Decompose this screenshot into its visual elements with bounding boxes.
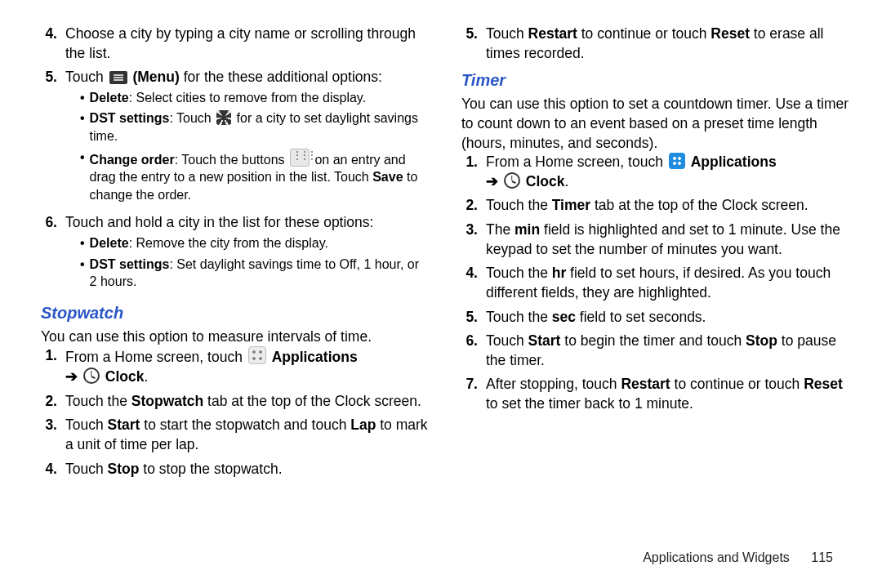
gear-icon bbox=[216, 110, 231, 125]
tm-step-5: 5. Touch the sec field to set seconds. bbox=[461, 308, 849, 327]
bullet-delete: Delete: Select cities to remove from the… bbox=[80, 89, 429, 107]
page-number: 115 bbox=[811, 550, 833, 564]
section-name: Applications and Widgets bbox=[643, 550, 790, 564]
step-number: 4. bbox=[41, 24, 57, 63]
sw-step-4: 4. Touch Stop to stop the stopwatch. bbox=[41, 460, 429, 479]
heading-timer: Timer bbox=[461, 69, 849, 91]
apps-icon bbox=[248, 346, 266, 364]
manual-page: 4. Choose a city by typing a city name o… bbox=[0, 0, 882, 483]
step-text: Touch and hold a city in the list for th… bbox=[65, 213, 429, 295]
sw-step-1: 1. From a Home screen, touch Application… bbox=[41, 346, 429, 386]
sw-step-2: 2. Touch the Stopwatch tab at the top of… bbox=[41, 392, 429, 412]
heading-stopwatch: Stopwatch bbox=[41, 302, 429, 324]
ordered-list: 4. Choose a city by typing a city name o… bbox=[41, 24, 429, 296]
tm-step-1: 1. From a Home screen, touch Application… bbox=[461, 153, 849, 191]
bullet-change-order: Change order: Touch the buttons on an en… bbox=[80, 149, 429, 204]
clock-icon bbox=[83, 368, 100, 384]
step-4: 4. Choose a city by typing a city name o… bbox=[41, 24, 429, 63]
page-footer: Applications and Widgets 115 bbox=[643, 550, 833, 565]
sw-step-3: 3. Touch Start to start the stopwatch an… bbox=[41, 416, 429, 454]
timer-steps: 1. From a Home screen, touch Application… bbox=[461, 153, 849, 414]
clock-icon bbox=[504, 172, 520, 189]
step-text: Choose a city by typing a city name or s… bbox=[65, 24, 429, 63]
tm-step-4: 4. Touch the hr field to set hours, if d… bbox=[461, 264, 849, 302]
right-column: 5. Touch Restart to continue or touch Re… bbox=[461, 24, 849, 483]
left-column: 4. Choose a city by typing a city name o… bbox=[41, 24, 429, 483]
stopwatch-intro: You can use this option to measure inter… bbox=[41, 327, 429, 347]
step-5: 5. Touch (Menu) for the these additional… bbox=[41, 68, 429, 208]
step-5-right: 5. Touch Restart to continue or touch Re… bbox=[461, 24, 849, 63]
ordered-list: 5. Touch Restart to continue or touch Re… bbox=[461, 24, 849, 63]
bullet-dst: DST settings: Touch for a city to set da… bbox=[80, 109, 429, 145]
step-6: 6. Touch and hold a city in the list for… bbox=[41, 213, 429, 295]
step-text: Touch (Menu) for the these additional op… bbox=[65, 68, 429, 208]
sub-bullets: Delete: Select cities to remove from the… bbox=[80, 89, 429, 204]
stopwatch-steps: 1. From a Home screen, touch Application… bbox=[41, 346, 429, 479]
menu-icon bbox=[109, 71, 127, 84]
step-number: 5. bbox=[41, 68, 57, 208]
step-number: 6. bbox=[41, 213, 57, 295]
tm-step-6: 6. Touch Start to begin the timer and to… bbox=[461, 332, 849, 370]
sub-bullets: Delete: Remove the city from the display… bbox=[80, 234, 429, 291]
apps-icon bbox=[669, 153, 685, 169]
tm-step-3: 3. The min field is highlighted and set … bbox=[461, 220, 849, 259]
bullet-dst-2: DST settings: Set daylight savings time … bbox=[80, 256, 429, 291]
bullet-delete-2: Delete: Remove the city from the display… bbox=[80, 234, 429, 252]
tm-step-2: 2. Touch the Timer tab at the top of the… bbox=[461, 196, 849, 216]
drag-handle-icon bbox=[290, 149, 310, 167]
tm-step-7: 7. After stopping, touch Restart to cont… bbox=[461, 375, 849, 413]
timer-intro: You can use this option to set a countdo… bbox=[461, 95, 849, 153]
